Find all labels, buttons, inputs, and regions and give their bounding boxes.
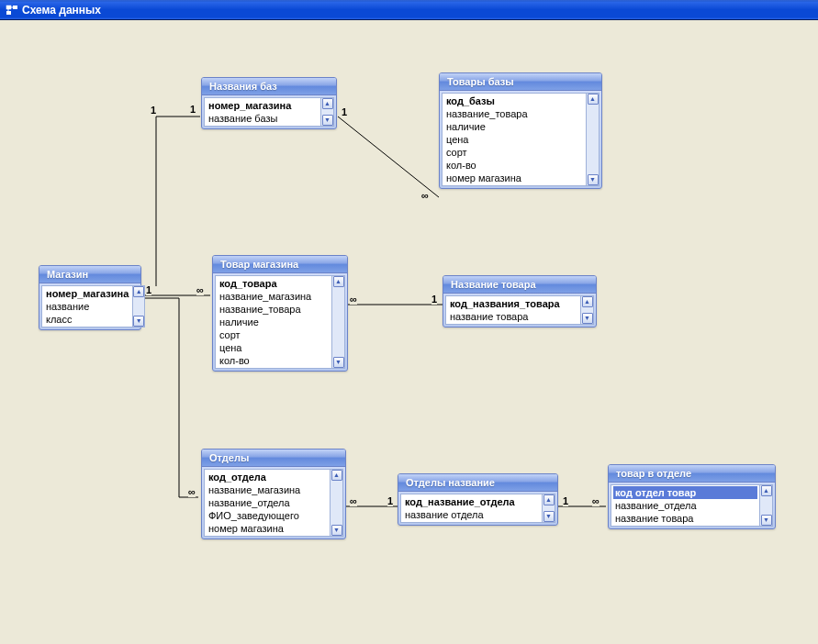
field-item[interactable]: название товара [448,310,578,323]
scroll-down-icon[interactable]: ▼ [588,174,599,185]
cardinality-label: 1 [146,284,151,295]
scroll-up-icon[interactable]: ▲ [582,296,593,307]
field-list[interactable]: код_название_отдела название отдела [400,494,543,523]
cardinality-label: 1 [431,294,437,305]
table-header[interactable]: Отделы название [398,474,557,492]
field-item[interactable]: название_отдела [613,499,757,512]
cardinality-label: 1 [387,495,393,506]
scroll-down-icon[interactable]: ▼ [582,313,593,324]
table-header[interactable]: Товары базы [440,73,601,91]
scroll-down-icon[interactable]: ▼ [331,525,342,536]
field-item[interactable]: цена [444,133,584,146]
field-item[interactable]: код_базы [444,94,584,107]
field-item[interactable]: наличие [444,120,584,133]
field-item[interactable]: код_название_отдела [403,495,540,508]
scroll-down-icon[interactable]: ▼ [322,115,333,126]
cardinality-label: 1 [151,105,156,116]
scroll-up-icon[interactable]: ▲ [331,470,342,481]
table-magazin[interactable]: Магазин номер_магазина название класс ▲ … [39,265,141,330]
scroll-up-icon[interactable]: ▲ [761,485,772,496]
scrollbar[interactable]: ▲ ▼ [543,494,555,523]
scroll-up-icon[interactable]: ▲ [588,94,599,105]
scrollbar[interactable]: ▲ ▼ [587,93,599,186]
scroll-up-icon[interactable]: ▲ [543,494,555,505]
scroll-up-icon[interactable]: ▲ [333,276,344,287]
table-header[interactable]: Названия баз [202,78,336,95]
table-header[interactable]: Товар магазина [213,256,347,273]
cardinality-label: ∞ [421,190,429,201]
table-nazvaniya-baz[interactable]: Названия баз номер_магазина название баз… [201,77,337,129]
table-nazvanie-tovara[interactable]: Название товара код_названия_товара назв… [443,275,597,328]
field-item[interactable]: название_товара [444,107,584,120]
field-item[interactable]: название отдела [403,508,540,521]
cardinality-label: 1 [190,104,196,115]
table-tovar-v-otdele[interactable]: товар в отделе код отдел товар название_… [608,464,776,529]
field-item[interactable]: код_названия_товара [448,297,578,310]
field-item[interactable]: кол-во [218,354,330,367]
cardinality-label: ∞ [350,294,357,305]
field-item[interactable]: цена [218,341,330,354]
svg-rect-2 [6,11,11,15]
scroll-down-icon[interactable]: ▼ [761,515,772,526]
field-item[interactable]: название базы [207,112,319,125]
field-item[interactable]: сорт [444,146,584,159]
scroll-down-icon[interactable]: ▼ [333,357,344,368]
schema-canvas[interactable]: 1 1 1 ∞ 1 ∞ ∞ 1 ∞ ∞ 1 1 ∞ Названия баз н… [0,20,818,644]
cardinality-label: 1 [563,495,568,506]
field-item[interactable]: номер_магазина [207,99,319,112]
svg-rect-0 [6,6,11,9]
field-item[interactable]: код отдел товар [613,486,757,499]
window-title: Схема данных [22,4,101,17]
field-item[interactable]: кол-во [444,159,584,172]
field-item[interactable]: код_товара [218,277,330,290]
scroll-down-icon[interactable]: ▼ [543,511,555,522]
field-item[interactable]: сорт [218,328,330,341]
table-header[interactable]: Отделы [202,450,345,467]
field-list[interactable]: код_товара название_магазина название_то… [215,275,332,369]
field-item[interactable]: название_отдела [207,496,328,509]
table-header[interactable]: товар в отделе [609,465,775,483]
field-item[interactable]: номер магазина [444,172,584,184]
scrollbar[interactable]: ▲ ▼ [332,275,345,369]
table-tovar-magazina[interactable]: Товар магазина код_товара название_магаз… [212,255,348,372]
relationship-lines [0,20,818,644]
field-item[interactable]: код_отдела [207,471,328,483]
table-otdely-nazvanie[interactable]: Отделы название код_название_отдела назв… [398,473,558,526]
field-item[interactable]: номер магазина [207,522,328,535]
app-icon [6,4,18,17]
cardinality-label: ∞ [188,486,196,497]
field-list[interactable]: код_названия_товара название товара [445,295,581,325]
field-item[interactable]: название_магазина [218,290,330,303]
field-list[interactable]: номер_магазина название класс [41,285,133,328]
window-titlebar[interactable]: Схема данных [0,0,818,20]
field-item[interactable]: название [44,300,130,313]
field-item[interactable]: название товара [613,512,757,525]
field-list[interactable]: код отдел товар название_отдела название… [611,484,760,527]
field-item[interactable]: название_магазина [207,483,328,496]
scroll-up-icon[interactable]: ▲ [133,286,144,297]
cardinality-label: ∞ [196,284,204,295]
table-header[interactable]: Магазин [39,266,140,283]
scrollbar[interactable]: ▲ ▼ [331,469,343,537]
field-item[interactable]: класс [44,313,130,326]
field-list[interactable]: номер_магазина название базы [204,97,321,127]
field-list[interactable]: код_отдела название_магазина название_от… [204,469,331,537]
cardinality-label: ∞ [592,495,599,506]
field-item[interactable]: номер_магазина [44,287,130,300]
field-item[interactable]: наличие [218,316,330,328]
table-tovary-bazy[interactable]: Товары базы код_базы название_товара нал… [439,72,602,189]
scrollbar[interactable]: ▲ ▼ [760,484,773,527]
svg-rect-1 [13,6,17,9]
scroll-down-icon[interactable]: ▼ [133,316,144,327]
field-item[interactable]: название_товара [218,303,330,316]
field-item[interactable]: ФИО_заведующего [207,509,328,522]
scrollbar[interactable]: ▲ ▼ [321,97,334,127]
scroll-up-icon[interactable]: ▲ [322,98,333,109]
table-otdely[interactable]: Отделы код_отдела название_магазина назв… [201,449,346,539]
scrollbar[interactable]: ▲ ▼ [133,285,145,328]
scrollbar[interactable]: ▲ ▼ [581,295,594,325]
table-header[interactable]: Название товара [443,276,596,294]
cardinality-label: 1 [342,106,347,117]
field-list[interactable]: код_базы название_товара наличие цена со… [442,93,587,186]
cardinality-label: ∞ [350,495,357,506]
